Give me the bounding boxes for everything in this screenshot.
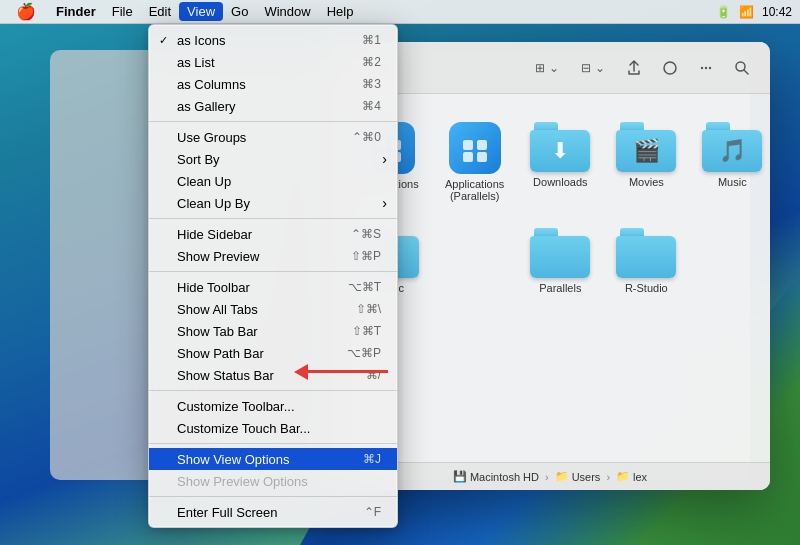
list-item[interactable]: 🎬 Movies bbox=[608, 114, 684, 210]
tag-button[interactable] bbox=[654, 55, 686, 81]
menu-sep6 bbox=[149, 496, 397, 497]
apple-menu[interactable]: 🍎 bbox=[8, 0, 44, 23]
breadcrumb-lex[interactable]: 📁 lex bbox=[616, 470, 647, 483]
svg-line-5 bbox=[744, 70, 748, 74]
folder-movies: 🎬 bbox=[616, 122, 676, 172]
menu-item-label: Sort By bbox=[177, 152, 220, 167]
menu-shortcut: ⇧⌘P bbox=[351, 249, 381, 263]
menubar-go[interactable]: Go bbox=[223, 2, 256, 21]
menubar-help[interactable]: Help bbox=[319, 2, 362, 21]
menubar-time: 10:42 bbox=[762, 5, 792, 19]
menu-shortcut: ⌘1 bbox=[362, 33, 381, 47]
menu-item-label: Enter Full Screen bbox=[177, 505, 277, 520]
menu-item-hide-toolbar[interactable]: Hide Toolbar ⌥⌘T bbox=[149, 276, 397, 298]
arrow-head bbox=[294, 364, 308, 380]
file-label: Downloads bbox=[533, 176, 587, 188]
menu-item-clean-up-by[interactable]: Clean Up By bbox=[149, 192, 397, 214]
menu-item-show-path-bar[interactable]: Show Path Bar ⌥⌘P bbox=[149, 342, 397, 364]
menu-item-label: Show Preview Options bbox=[177, 474, 308, 489]
menu-sep2 bbox=[149, 218, 397, 219]
menu-item-enter-full-screen[interactable]: Enter Full Screen ⌃F bbox=[149, 501, 397, 523]
list-item[interactable]: R-Studio bbox=[608, 220, 684, 302]
menu-item-sort-by[interactable]: Sort By bbox=[149, 148, 397, 170]
folder-icon-small2: 📁 bbox=[616, 470, 630, 483]
menu-item-as-list[interactable]: as List ⌘2 bbox=[149, 51, 397, 73]
menu-item-show-all-tabs[interactable]: Show All Tabs ⇧⌘\ bbox=[149, 298, 397, 320]
menu-shortcut: ⌘J bbox=[363, 452, 381, 466]
menu-item-label: Customize Touch Bar... bbox=[177, 421, 310, 436]
menu-item-use-groups[interactable]: Use Groups ⌃⌘0 bbox=[149, 126, 397, 148]
menu-shortcut: ⌥⌘T bbox=[348, 280, 381, 294]
breadcrumb-sep1: › bbox=[545, 471, 549, 483]
svg-point-2 bbox=[705, 66, 707, 68]
menu-item-clean-up[interactable]: Clean Up bbox=[149, 170, 397, 192]
menubar-finder[interactable]: Finder bbox=[48, 2, 104, 21]
menubar: 🍎 Finder File Edit View Go Window Help 🔋… bbox=[0, 0, 800, 24]
menu-item-show-preview-options: Show Preview Options bbox=[149, 470, 397, 492]
breadcrumb-label: Users bbox=[572, 471, 601, 483]
toolbar-icons: ⊞ ⌄ ⊟ ⌄ bbox=[526, 55, 758, 81]
folder-parallels bbox=[530, 228, 590, 278]
file-label: Applications (Parallels) bbox=[445, 178, 504, 202]
folder-downloads: ⬇ bbox=[530, 122, 590, 172]
menubar-right: 🔋 📶 10:42 bbox=[716, 5, 792, 19]
menubar-window[interactable]: Window bbox=[256, 2, 318, 21]
folder-icon-small: 📁 bbox=[555, 470, 569, 483]
menu-item-label: as Icons bbox=[177, 33, 225, 48]
svg-point-0 bbox=[664, 62, 676, 74]
file-label: Music bbox=[718, 176, 747, 188]
menu-shortcut: ⌘2 bbox=[362, 55, 381, 69]
menu-item-customize-touch-bar[interactable]: Customize Touch Bar... bbox=[149, 417, 397, 439]
menubar-battery[interactable]: 🔋 bbox=[716, 5, 731, 19]
more-button[interactable] bbox=[690, 55, 722, 81]
app-icon-parallels bbox=[449, 122, 501, 174]
breadcrumb-label: Macintosh HD bbox=[470, 471, 539, 483]
menu-item-show-status-bar[interactable]: Show Status Bar ⌘/ bbox=[149, 364, 397, 386]
menu-item-show-preview[interactable]: Show Preview ⇧⌘P bbox=[149, 245, 397, 267]
menubar-file[interactable]: File bbox=[104, 2, 141, 21]
breadcrumb-macintosh[interactable]: 💾 Macintosh HD bbox=[453, 470, 539, 483]
menu-item-label: Show Status Bar bbox=[177, 368, 274, 383]
list-item[interactable]: 🎵 Music bbox=[694, 114, 770, 210]
menu-sep1 bbox=[149, 121, 397, 122]
group-button[interactable]: ⊟ ⌄ bbox=[572, 55, 614, 81]
menu-shortcut: ⌥⌘P bbox=[347, 346, 381, 360]
menu-item-label: Show Path Bar bbox=[177, 346, 264, 361]
svg-point-3 bbox=[709, 66, 711, 68]
breadcrumb-sep2: › bbox=[606, 471, 610, 483]
menu-shortcut: ⌃⌘S bbox=[351, 227, 381, 241]
list-item[interactable]: Parallels bbox=[522, 220, 598, 302]
menu-shortcut: ⌃⌘0 bbox=[352, 130, 381, 144]
menu-shortcut: ⌃F bbox=[364, 505, 381, 519]
menu-item-as-columns[interactable]: as Columns ⌘3 bbox=[149, 73, 397, 95]
menu-item-label: Show View Options bbox=[177, 452, 290, 467]
menu-item-label: Show All Tabs bbox=[177, 302, 258, 317]
menubar-edit[interactable]: Edit bbox=[141, 2, 179, 21]
menu-item-as-gallery[interactable]: as Gallery ⌘4 bbox=[149, 95, 397, 117]
menu-item-label: Use Groups bbox=[177, 130, 246, 145]
menu-item-label: Customize Toolbar... bbox=[177, 399, 295, 414]
view-toggle-button[interactable]: ⊞ ⌄ bbox=[526, 55, 568, 81]
file-label: R-Studio bbox=[625, 282, 668, 294]
menubar-wifi[interactable]: 📶 bbox=[739, 5, 754, 19]
menu-item-show-tab-bar[interactable]: Show Tab Bar ⇧⌘T bbox=[149, 320, 397, 342]
menu-item-show-view-options[interactable]: Show View Options ⌘J bbox=[149, 448, 397, 470]
breadcrumb-users[interactable]: 📁 Users bbox=[555, 470, 601, 483]
menubar-view[interactable]: View bbox=[179, 2, 223, 21]
menu-shortcut: ⌘4 bbox=[362, 99, 381, 113]
menu-item-label: as Gallery bbox=[177, 99, 236, 114]
search-button[interactable] bbox=[726, 55, 758, 81]
folder-music: 🎵 bbox=[702, 122, 762, 172]
empty-space bbox=[437, 220, 512, 302]
menu-item-label: as List bbox=[177, 55, 215, 70]
list-item[interactable]: Applications (Parallels) bbox=[437, 114, 512, 210]
menu-item-as-icons[interactable]: as Icons ⌘1 bbox=[149, 29, 397, 51]
menu-item-hide-sidebar[interactable]: Hide Sidebar ⌃⌘S bbox=[149, 223, 397, 245]
share-button[interactable] bbox=[618, 55, 650, 81]
menu-item-customize-toolbar[interactable]: Customize Toolbar... bbox=[149, 395, 397, 417]
menu-item-label: Clean Up bbox=[177, 174, 231, 189]
list-item[interactable]: ⬇ Downloads bbox=[522, 114, 598, 210]
menu-sep4 bbox=[149, 390, 397, 391]
menu-item-label: Hide Toolbar bbox=[177, 280, 250, 295]
arrow-line bbox=[308, 370, 388, 373]
